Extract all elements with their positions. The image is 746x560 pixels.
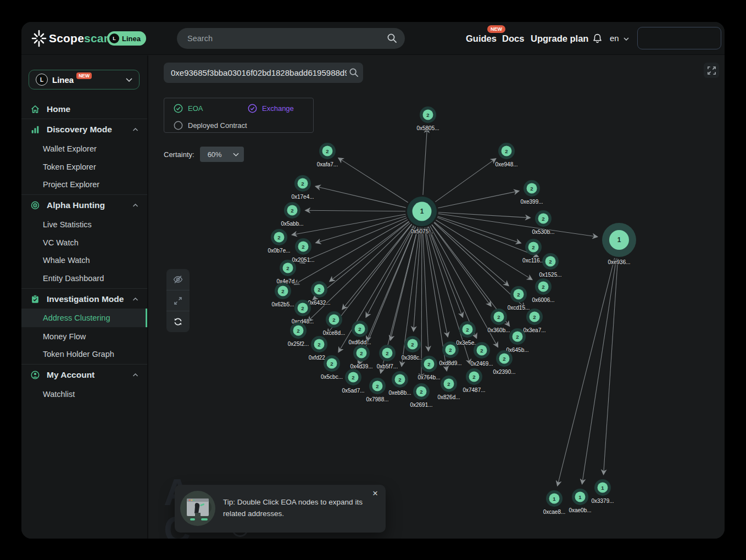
svg-text:2: 2 — [291, 208, 293, 214]
graph-node[interactable]: 20xd6dd... — [348, 321, 371, 345]
chevron-up-icon — [132, 373, 138, 377]
graph-node[interactable]: 20x2051... — [292, 238, 314, 263]
network-selector[interactable]: L Linea NEW — [29, 70, 140, 89]
graph-node-label: 0xce8d... — [323, 330, 346, 336]
svg-text:2: 2 — [277, 234, 280, 240]
graph-node[interactable]: 20x7487... — [463, 368, 485, 393]
graph-node-label: 0x6006... — [532, 297, 554, 303]
graph-node[interactable]: 10x3379... — [591, 479, 614, 504]
sidebar-item-project-explorer[interactable]: Project Explorer — [21, 175, 147, 193]
graph-node[interactable]: 20x5805... — [416, 107, 439, 131]
locale-selector[interactable]: en — [610, 22, 619, 55]
sidebar-section-alpha-hunting[interactable]: Alpha Hunting — [21, 195, 147, 216]
graph-node[interactable]: 20xc116... — [522, 239, 544, 264]
sidebar-item-wallet-explorer[interactable]: Wallet Explorer — [21, 139, 147, 158]
graph-node[interactable]: 20x4d39... — [350, 345, 372, 369]
graph-node[interactable]: 20x826d... — [437, 376, 460, 400]
graph-node-label: 0xe936... — [608, 259, 630, 265]
graph-node[interactable]: 20x0b7e... — [268, 229, 290, 254]
graph-node[interactable]: 20x3e5e... — [456, 321, 478, 346]
graph-node[interactable]: 20x3ea7... — [523, 309, 545, 333]
graph-node-label: 0x360b... — [487, 327, 510, 333]
graph-node-label: 0x645b... — [506, 347, 528, 353]
graph-node[interactable]: 10xcae8... — [543, 490, 566, 515]
sidebar-item-entity-dashboard[interactable]: Entity Dashboard — [21, 269, 147, 287]
brand-wordmark[interactable]: Scopescan — [49, 22, 111, 55]
notifications-bell-icon[interactable] — [592, 33, 603, 44]
graph-node[interactable]: 20x25f2... — [288, 322, 309, 347]
graph-edge — [414, 228, 421, 331]
chevron-up-icon — [132, 128, 138, 131]
svg-text:2: 2 — [411, 341, 414, 348]
address-input[interactable] — [164, 63, 363, 83]
graph-node[interactable]: 20x398c... — [402, 336, 424, 361]
legend-exchange[interactable]: Exchange — [248, 104, 294, 113]
graph-node[interactable]: 20x6432... — [308, 281, 330, 306]
sidebar-item-address-clustering[interactable]: Address Clustering — [21, 309, 147, 327]
search-input[interactable] — [177, 28, 405, 49]
expand-graph-button[interactable] — [166, 290, 190, 311]
graph-node-label: 0x4d39... — [350, 363, 372, 369]
graph-node[interactable]: 20xb5f7... — [377, 345, 398, 369]
sidebar-item-home[interactable]: Home — [21, 99, 147, 120]
graph-node[interactable]: 20x4e7d... — [276, 260, 299, 284]
nav-guides[interactable]: Guides — [466, 22, 497, 55]
fullscreen-button[interactable] — [704, 63, 719, 78]
graph-node[interactable]: 20x62b5... — [271, 283, 294, 307]
refresh-button[interactable] — [166, 311, 190, 332]
sidebar-item-live-statistics[interactable]: Live Statistics — [21, 215, 147, 233]
sidebar-section-discovery-mode[interactable]: Discovery Mode — [21, 119, 147, 140]
sidebar-item-money-flow[interactable]: Money Flow — [21, 327, 147, 345]
graph-node[interactable]: 20x2390... — [493, 350, 515, 375]
graph-node[interactable]: 20x360b... — [487, 309, 510, 333]
svg-text:2: 2 — [330, 361, 333, 367]
svg-text:2: 2 — [472, 374, 475, 380]
graph-edge — [582, 259, 616, 484]
svg-text:2: 2 — [503, 356, 505, 362]
nav-docs[interactable]: Docs — [502, 22, 524, 55]
graph-node[interactable]: 20x6006... — [532, 278, 554, 303]
linea-logo-icon: L — [36, 74, 48, 86]
sidebar-item-vc-watch[interactable]: VC Watch — [21, 233, 147, 251]
graph-node[interactable]: 10xe936... — [602, 223, 636, 265]
legend-eoa[interactable]: EOA — [174, 104, 203, 113]
graph-node[interactable]: 20x17e4... — [291, 175, 314, 200]
hide-labels-button[interactable] — [166, 269, 190, 290]
svg-text:2: 2 — [542, 216, 544, 222]
nav-upgrade-plan[interactable]: Upgrade plan — [531, 22, 588, 55]
graph-node[interactable]: 20xeb8b... — [388, 371, 411, 396]
graph-node[interactable]: 20x5abb... — [281, 202, 303, 227]
graph-node[interactable]: 20x2691... — [410, 383, 432, 408]
graph-node-label: 0x2051... — [292, 257, 314, 263]
graph-node[interactable]: 20xfd22... — [309, 336, 330, 361]
sidebar-item-watchlist[interactable]: Watchlist — [21, 385, 147, 403]
legend-deployed-contract[interactable]: Deployed Contract — [174, 121, 247, 130]
svg-text:2: 2 — [427, 361, 430, 367]
graph-node[interactable]: 20xcd15... — [508, 286, 530, 311]
network-badge[interactable]: L Linea — [107, 31, 146, 46]
graph-node[interactable]: 20xe948... — [495, 143, 517, 167]
certainty-dropdown[interactable]: 60% — [200, 147, 244, 162]
svg-text:2: 2 — [497, 314, 500, 320]
svg-text:1: 1 — [617, 236, 621, 244]
close-icon[interactable]: × — [372, 488, 378, 499]
graph-node[interactable]: 20x1525... — [539, 253, 561, 278]
graph-node[interactable]: 20x5ad7... — [342, 369, 364, 394]
sidebar-item-whale-watch[interactable]: Whale Watch — [21, 251, 147, 269]
graph-node[interactable]: 10xae0b... — [569, 489, 591, 513]
graph-edge — [292, 214, 406, 234]
sidebar-item-token-holder-graph[interactable]: Token Holder Graph — [21, 345, 147, 363]
graph-node-label: 0xae0b... — [569, 507, 591, 513]
graph-node[interactable]: 20xe399... — [520, 180, 543, 205]
sidebar-item-token-explorer[interactable]: Token Explorer — [21, 158, 147, 176]
header-outline-button[interactable] — [637, 27, 721, 49]
graph-node[interactable]: 10x5075... — [407, 197, 437, 234]
graph-node[interactable]: 20x7988... — [366, 378, 388, 402]
graph-node-label: 0x17e4... — [291, 194, 314, 200]
graph-node-label: 0x2691... — [410, 402, 432, 408]
sidebar-section-investigation-mode[interactable]: Investigation Mode — [21, 289, 147, 310]
sidebar-section-my-account[interactable]: My Account — [21, 365, 147, 385]
graph-node[interactable]: 20x530b... — [532, 210, 554, 235]
graph-node[interactable]: 20xafa7... — [317, 143, 338, 167]
search-icon[interactable] — [349, 68, 359, 78]
